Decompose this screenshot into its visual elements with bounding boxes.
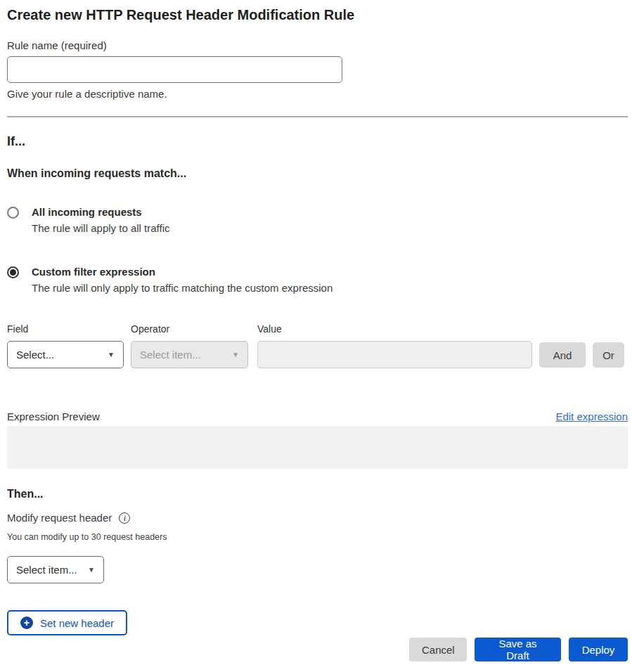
or-column: Or (593, 323, 624, 368)
radio-option-label: All incoming requests (32, 205, 169, 220)
match-subheading: When incoming requests match... (7, 167, 628, 181)
modify-header-action-row: Modify request header i (7, 511, 628, 525)
expression-builder-row: Field Select... ▼ Operator Select item..… (7, 323, 628, 368)
radio-option-text: Custom filter expression The rule will o… (32, 264, 333, 296)
value-label: Value (257, 323, 532, 335)
header-select-value: Select item... (16, 564, 77, 576)
edit-expression-link[interactable]: Edit expression (555, 410, 628, 424)
operator-column: Operator Select item... ▼ (131, 323, 248, 368)
rule-name-helper: Give your rule a descriptive name. (7, 88, 628, 101)
and-column: And (539, 323, 586, 368)
expression-preview-box (7, 426, 628, 469)
radio-option-label: Custom filter expression (32, 264, 333, 280)
then-heading: Then... (7, 486, 628, 502)
field-column: Field Select... ▼ (7, 323, 124, 368)
plus-icon: + (20, 616, 33, 629)
rule-name-label: Rule name (required) (7, 39, 628, 52)
radio-option-all-requests[interactable]: All incoming requests The rule will appl… (7, 205, 628, 236)
expression-preview-label: Expression Preview (7, 410, 100, 424)
radio-unselected-icon[interactable] (7, 207, 19, 219)
header-select-wrapper: Select item... ▼ (7, 556, 104, 583)
info-icon[interactable]: i (119, 512, 130, 524)
radio-option-text: All incoming requests The rule will appl… (32, 205, 169, 236)
footer-actions: Cancel Save as Draft Deploy (7, 638, 628, 661)
value-column: Value (257, 323, 532, 368)
modify-header-label: Modify request header (7, 511, 112, 525)
save-as-draft-button[interactable]: Save as Draft (475, 638, 561, 661)
and-button[interactable]: And (539, 342, 586, 368)
radio-selected-icon[interactable] (7, 266, 19, 278)
expression-preview-header: Expression Preview Edit expression (7, 410, 628, 424)
radio-option-description: The rule will apply to all traffic (32, 220, 169, 236)
rule-name-input[interactable] (7, 56, 342, 83)
chevron-down-icon: ▼ (232, 351, 239, 358)
operator-select: Select item... ▼ (131, 341, 248, 368)
cancel-button[interactable]: Cancel (409, 638, 467, 661)
field-select[interactable]: Select... ▼ (7, 341, 124, 368)
section-divider (7, 116, 628, 117)
header-select[interactable]: Select item... ▼ (7, 556, 104, 583)
deploy-button[interactable]: Deploy (569, 638, 628, 661)
set-new-header-button[interactable]: + Set new header (7, 610, 127, 635)
field-label: Field (7, 323, 124, 335)
if-heading: If... (7, 133, 628, 150)
create-rule-page: Create new HTTP Request Header Modificat… (0, 0, 632, 672)
value-input (257, 341, 532, 368)
chevron-down-icon: ▼ (88, 567, 95, 574)
chevron-down-icon: ▼ (108, 351, 115, 358)
operator-label: Operator (131, 323, 248, 335)
radio-option-description: The rule will only apply to traffic matc… (32, 280, 333, 296)
page-title: Create new HTTP Request Header Modificat… (7, 6, 628, 23)
radio-option-custom-expression[interactable]: Custom filter expression The rule will o… (7, 264, 628, 296)
set-new-header-label: Set new header (40, 617, 114, 629)
modify-header-helper: You can modify up to 30 request headers (7, 531, 628, 543)
or-button[interactable]: Or (593, 342, 624, 368)
operator-select-value: Select item... (140, 349, 201, 361)
field-select-value: Select... (16, 349, 54, 361)
